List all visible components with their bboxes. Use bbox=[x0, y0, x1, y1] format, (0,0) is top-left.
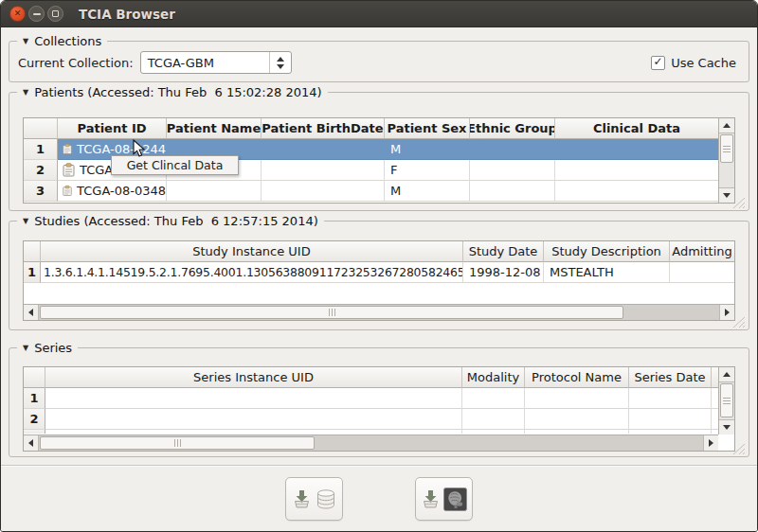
spinner-up-icon bbox=[277, 57, 284, 62]
series-row-partial bbox=[24, 430, 718, 434]
collection-combobox-value: TCGA-GBM bbox=[141, 56, 269, 70]
use-cache-checkbox[interactable]: ✓ bbox=[651, 56, 665, 70]
arrow-up-icon bbox=[723, 372, 731, 377]
series-table: Series Instance UID Modality Protocol Na… bbox=[23, 366, 735, 452]
studies-corner-header bbox=[24, 241, 41, 262]
minimize-button[interactable] bbox=[28, 6, 45, 22]
scrollbar-thumb[interactable] bbox=[40, 436, 315, 450]
scrollbar-right-button[interactable] bbox=[703, 435, 718, 451]
combobox-spinner[interactable] bbox=[269, 52, 291, 73]
arrow-down-icon bbox=[723, 193, 731, 198]
column-header-study-uid[interactable]: Study Instance UID bbox=[41, 241, 463, 262]
arrow-up-icon bbox=[723, 123, 731, 128]
column-header-patient-id[interactable]: Patient ID bbox=[58, 118, 167, 139]
series-corner-header bbox=[24, 367, 45, 388]
app-window: ✕ TCIA Browser ▼ Collections Current Col… bbox=[0, 0, 758, 532]
column-header-patient-name[interactable]: Patient Name bbox=[167, 118, 262, 139]
horizontal-separator bbox=[1, 465, 757, 467]
series-row[interactable]: 2 bbox=[24, 409, 718, 430]
patients-group: ▼ Patients (Accessed: Thu Feb 6 15:02:28… bbox=[9, 92, 749, 211]
scrollbar-thumb[interactable] bbox=[720, 134, 733, 163]
brain-image-icon bbox=[443, 488, 467, 511]
patients-corner-header bbox=[24, 118, 58, 139]
collections-group: ▼ Collections Current Collection: TCGA-G… bbox=[9, 41, 749, 82]
current-collection-label: Current Collection: bbox=[18, 56, 134, 70]
resize-grip[interactable] bbox=[731, 442, 747, 455]
studies-horizontal-scrollbar[interactable] bbox=[24, 304, 734, 320]
context-tooltip[interactable]: Get Clincal Data bbox=[111, 155, 239, 175]
database-icon bbox=[315, 488, 337, 510]
clinical-report-icon bbox=[63, 184, 72, 198]
resize-grip[interactable] bbox=[731, 196, 747, 209]
collapse-triangle-icon: ▼ bbox=[23, 38, 28, 45]
collapse-triangle-icon: ▼ bbox=[23, 218, 28, 225]
column-header-clinical-data[interactable]: Clinical Data bbox=[555, 118, 718, 139]
scrollbar-thumb[interactable] bbox=[720, 383, 733, 417]
collapse-triangle-icon: ▼ bbox=[23, 89, 28, 97]
maximize-icon bbox=[52, 10, 59, 17]
scrollbar-left-button[interactable] bbox=[24, 305, 39, 320]
download-to-database-button[interactable] bbox=[285, 477, 343, 521]
column-header-study-date[interactable]: Study Date bbox=[463, 241, 544, 262]
patients-group-title[interactable]: ▼ Patients (Accessed: Thu Feb 6 15:02:28… bbox=[17, 83, 328, 101]
scrollbar-up-button[interactable] bbox=[719, 118, 734, 133]
spinner-down-icon bbox=[277, 64, 284, 69]
resize-grip[interactable] bbox=[731, 315, 747, 328]
use-cache-label: Use Cache bbox=[671, 56, 736, 70]
arrow-left-icon bbox=[28, 309, 33, 316]
series-vertical-scrollbar[interactable] bbox=[718, 367, 734, 434]
arrow-left-icon bbox=[28, 439, 33, 447]
column-header-patient-sex[interactable]: Patient Sex bbox=[385, 118, 470, 139]
collapse-triangle-icon: ▼ bbox=[23, 345, 28, 352]
download-icon bbox=[421, 488, 441, 509]
maximize-button[interactable] bbox=[47, 6, 63, 22]
study-row[interactable]: 1 1.3.6.1.4.1.14519.5.2.1.7695.4001.1305… bbox=[24, 262, 734, 283]
scrollbar-left-button[interactable] bbox=[24, 435, 39, 451]
column-header-admitting[interactable]: Admitting bbox=[670, 241, 734, 262]
download-images-button[interactable] bbox=[415, 477, 473, 521]
scrollbar-down-button[interactable] bbox=[719, 419, 734, 434]
column-header-modality[interactable]: Modality bbox=[462, 367, 525, 388]
studies-group-title[interactable]: ▼ Studies (Accessed: Thu Feb 6 12:57:15 … bbox=[17, 212, 324, 230]
series-group-title[interactable]: ▼ Series bbox=[17, 339, 78, 357]
mouse-cursor bbox=[130, 139, 147, 158]
scrollbar-up-button[interactable] bbox=[719, 367, 734, 382]
collection-combobox[interactable]: TCGA-GBM bbox=[140, 51, 292, 74]
column-header-series-date[interactable]: Series Date bbox=[629, 367, 712, 388]
close-icon: ✕ bbox=[14, 9, 22, 18]
clinical-report-icon bbox=[63, 142, 72, 156]
studies-group: ▼ Studies (Accessed: Thu Feb 6 12:57:15 … bbox=[9, 221, 749, 330]
studies-table: Study Instance UID Study Date Study Desc… bbox=[23, 240, 735, 321]
arrow-right-icon bbox=[709, 439, 713, 447]
column-header-patient-birthdate[interactable]: Patient BirthDate bbox=[262, 118, 385, 139]
patients-vertical-scrollbar[interactable] bbox=[718, 118, 734, 203]
column-header-ethnic-group[interactable]: Ethnic Group bbox=[470, 118, 555, 139]
arrow-right-icon bbox=[725, 309, 730, 316]
scrollbar-thumb[interactable] bbox=[40, 306, 623, 319]
collections-group-title[interactable]: ▼ Collections bbox=[17, 32, 107, 50]
patient-row[interactable]: 3 TCGA-08-0348 M bbox=[24, 181, 718, 202]
checkmark-icon: ✓ bbox=[654, 56, 663, 67]
close-button[interactable]: ✕ bbox=[9, 6, 26, 22]
series-group: ▼ Series Series Instance UID Modality Pr… bbox=[9, 347, 749, 457]
column-header-series-uid[interactable]: Series Instance UID bbox=[45, 367, 462, 388]
arrow-down-icon bbox=[723, 425, 731, 430]
column-header-extra bbox=[712, 367, 718, 388]
series-row[interactable]: 1 bbox=[24, 388, 718, 409]
window-title: TCIA Browser bbox=[79, 7, 175, 22]
client-area: ▼ Collections Current Collection: TCGA-G… bbox=[1, 27, 757, 531]
minimize-icon bbox=[33, 13, 41, 15]
series-horizontal-scrollbar[interactable] bbox=[24, 434, 718, 451]
titlebar: ✕ TCIA Browser bbox=[1, 1, 757, 27]
column-header-study-description[interactable]: Study Description bbox=[544, 241, 670, 262]
column-header-protocol-name[interactable]: Protocol Name bbox=[525, 367, 629, 388]
download-icon bbox=[292, 488, 312, 509]
patients-table: Patient ID Patient Name Patient BirthDat… bbox=[23, 117, 735, 204]
clinical-report-icon bbox=[63, 163, 75, 177]
